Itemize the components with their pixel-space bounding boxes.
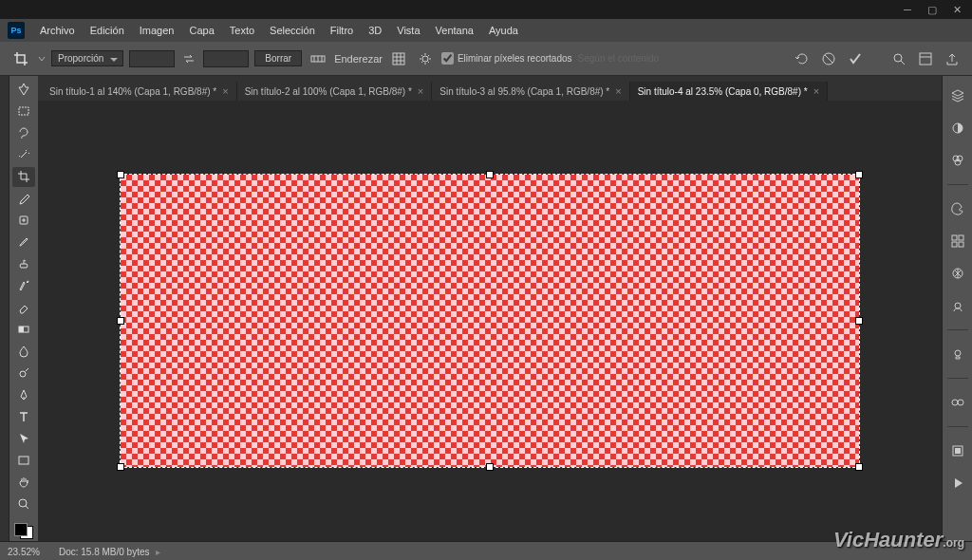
brush-tool[interactable] [12, 233, 35, 252]
crop-width-input[interactable] [129, 50, 175, 67]
svg-point-37 [955, 350, 961, 356]
delete-cropped-input[interactable] [441, 52, 454, 65]
window-minimize-button[interactable]: ─ [900, 2, 915, 17]
move-tool[interactable] [12, 80, 35, 100]
menu-3d[interactable]: 3D [361, 25, 389, 36]
eyedropper-tool[interactable] [12, 189, 35, 209]
crop-handle-bottom-right[interactable] [855, 463, 863, 471]
svg-rect-31 [952, 235, 957, 240]
lasso-tool[interactable] [12, 123, 35, 143]
swatches-icon[interactable] [947, 231, 968, 252]
gradient-panel-icon[interactable] [947, 263, 968, 284]
search-icon[interactable] [888, 48, 909, 69]
adjustments-icon[interactable] [947, 118, 968, 139]
clear-button[interactable]: Borrar [254, 50, 302, 66]
swap-dimensions-icon[interactable] [180, 50, 197, 67]
type-tool[interactable] [12, 406, 35, 426]
crop-handle-top-center[interactable] [486, 171, 494, 178]
foreground-background-swatch[interactable] [12, 521, 35, 541]
status-bar: 23.52% Doc: 15.8 MB/0 bytes ▸ [0, 541, 972, 560]
clone-stamp-tool[interactable] [12, 254, 35, 274]
blur-tool[interactable] [12, 341, 35, 361]
menu-filtro[interactable]: Filtro [323, 25, 361, 36]
svg-rect-21 [19, 327, 24, 332]
ratio-preset-dropdown[interactable]: Proporción [51, 50, 123, 66]
crop-handle-top-left[interactable] [117, 171, 124, 178]
menu-vista[interactable]: Vista [389, 25, 427, 36]
crop-handle-bottom-center[interactable] [486, 463, 494, 471]
crop-tool[interactable] [12, 167, 35, 187]
magic-wand-tool[interactable] [12, 145, 35, 165]
close-icon[interactable]: × [813, 85, 819, 97]
crop-bounding-box[interactable] [120, 174, 860, 468]
crop-handle-top-right[interactable] [855, 171, 863, 178]
window-maximize-button[interactable]: ▢ [925, 2, 940, 17]
document-info-display[interactable]: Doc: 15.8 MB/0 bytes [59, 547, 150, 557]
tools-panel [9, 76, 38, 541]
layers-icon[interactable] [947, 85, 968, 106]
actions-icon[interactable] [947, 440, 968, 461]
svg-rect-32 [959, 235, 963, 240]
canvas-content [121, 175, 859, 467]
light-icon[interactable] [947, 344, 968, 364]
channels-icon[interactable] [947, 150, 968, 171]
commit-crop-icon[interactable] [845, 48, 866, 69]
chevron-right-icon[interactable]: ▸ [156, 547, 160, 557]
dodge-tool[interactable] [12, 363, 35, 383]
svg-point-25 [19, 499, 27, 507]
rectangle-tool[interactable] [12, 450, 35, 470]
reset-crop-icon[interactable] [792, 48, 813, 69]
crop-options-gear-icon[interactable] [415, 48, 436, 69]
rectangular-marquee-tool[interactable] [12, 102, 35, 121]
gradient-tool[interactable] [12, 319, 35, 339]
canvas-area[interactable] [38, 101, 942, 541]
menu-imagen[interactable]: Imagen [132, 25, 182, 36]
zoom-level-display[interactable]: 23.52% [8, 547, 40, 557]
menu-ventana[interactable]: Ventana [428, 25, 481, 36]
hand-tool[interactable] [12, 472, 35, 492]
straighten-icon[interactable] [308, 48, 328, 69]
arrange-documents-icon[interactable] [915, 48, 936, 69]
menu-seleccion[interactable]: Selección [262, 25, 323, 36]
delete-cropped-checkbox[interactable]: Eliminar píxeles recortados [441, 52, 572, 65]
styles-icon[interactable] [947, 295, 968, 316]
cc-libraries-icon[interactable] [947, 392, 968, 413]
menu-texto[interactable]: Texto [222, 25, 262, 36]
document-tab-4[interactable]: Sin título-4 al 23.5% (Capa 0, RGB/8#) *… [630, 82, 828, 101]
crop-handle-middle-right[interactable] [855, 317, 863, 325]
eraser-tool[interactable] [12, 298, 35, 318]
svg-rect-24 [19, 457, 28, 464]
close-icon[interactable]: × [418, 85, 423, 97]
crop-handle-middle-left[interactable] [117, 317, 124, 325]
window-close-button[interactable]: ✕ [949, 2, 964, 17]
crop-handle-bottom-left[interactable] [117, 463, 124, 471]
menu-archivo[interactable]: Archivo [32, 25, 83, 36]
document-tab-2[interactable]: Sin título-2 al 100% (Capa 1, RGB/8#) *× [237, 82, 433, 101]
menu-ayuda[interactable]: Ayuda [481, 25, 526, 36]
zoom-tool[interactable] [12, 494, 35, 513]
overlay-options-icon[interactable] [388, 48, 409, 69]
menu-edicion[interactable]: Edición [83, 25, 132, 36]
color-icon[interactable] [947, 198, 968, 219]
svg-point-38 [952, 400, 958, 405]
dropdown-caret-icon[interactable] [38, 55, 46, 63]
document-tab-3[interactable]: Sin título-3 al 95.8% (Capa 1, RGB/8#) *… [432, 82, 629, 101]
foreground-color-swatch[interactable] [14, 523, 28, 536]
crop-height-input[interactable] [203, 50, 249, 67]
options-bar: Proporción Borrar Enderezar Eliminar píx… [0, 42, 972, 76]
play-icon[interactable] [947, 473, 968, 494]
close-icon[interactable]: × [615, 85, 621, 97]
crop-tool-icon [9, 47, 32, 70]
document-tab-1[interactable]: Sin título-1 al 140% (Capa 1, RGB/8#) *× [42, 82, 237, 101]
main-area: Sin título-1 al 140% (Capa 1, RGB/8#) *×… [0, 76, 972, 541]
menu-capa[interactable]: Capa [181, 25, 221, 36]
close-icon[interactable]: × [222, 85, 228, 97]
path-selection-tool[interactable] [12, 428, 35, 448]
pen-tool[interactable] [12, 384, 35, 404]
share-icon[interactable] [942, 48, 963, 69]
cancel-crop-icon[interactable] [818, 48, 839, 69]
healing-brush-tool[interactable] [12, 211, 35, 231]
left-edge [0, 76, 9, 541]
history-brush-tool[interactable] [12, 276, 35, 296]
svg-line-23 [26, 368, 28, 371]
